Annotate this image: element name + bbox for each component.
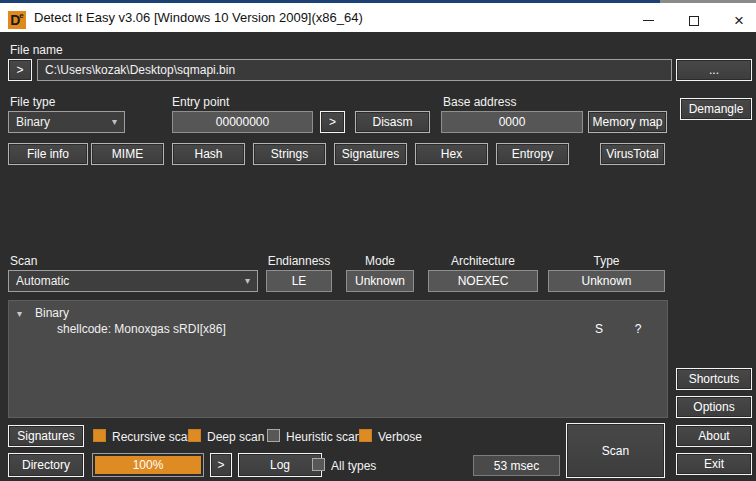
close-button[interactable]: × <box>724 6 754 35</box>
app-icon-sub-letter: e <box>19 12 23 20</box>
mime-button[interactable]: MIME <box>91 143 164 165</box>
entry-point-label: Entry point <box>172 95 229 109</box>
progress-bar: 100% <box>92 453 204 477</box>
entry-point-goto-button[interactable]: > <box>320 111 345 133</box>
shortcuts-button[interactable]: Shortcuts <box>676 368 752 390</box>
architecture-field: NOEXEC <box>428 270 538 292</box>
chevron-down-icon: ▾ <box>112 116 117 127</box>
hash-button[interactable]: Hash <box>172 143 245 165</box>
deep-scan-checkbox[interactable] <box>188 429 201 442</box>
file-type-value: Binary <box>16 115 50 129</box>
virustotal-button[interactable]: VirusTotal <box>600 143 665 165</box>
recursive-scan-checkbox[interactable] <box>93 429 106 442</box>
about-button[interactable]: About <box>676 425 752 447</box>
mode-field: Unknown <box>346 270 414 292</box>
app-icon: De <box>8 11 26 29</box>
directory-button[interactable]: Directory <box>8 453 84 477</box>
maximize-button[interactable] <box>679 6 709 35</box>
titlebar: De Detect It Easy v3.06 [Windows 10 Vers… <box>0 3 756 32</box>
type-label: Type <box>548 254 665 268</box>
hex-button[interactable]: Hex <box>415 143 488 165</box>
file-open-button[interactable]: > <box>8 59 32 81</box>
maximize-icon <box>689 16 699 26</box>
scan-engine-select[interactable]: Automatic ▾ <box>8 270 258 292</box>
log-button[interactable]: Log <box>238 453 322 477</box>
detection-text: shellcode: Monoxgas sRDI[x86] <box>57 322 226 336</box>
options-button[interactable]: Options <box>676 396 752 418</box>
type-field: Unknown <box>548 270 665 292</box>
disasm-button[interactable]: Disasm <box>355 111 430 133</box>
scan-label: Scan <box>10 254 37 268</box>
chevron-down-icon: ▾ <box>245 275 250 286</box>
tree-row-binary[interactable]: ▾ Binary <box>9 305 667 321</box>
tree-root-label: Binary <box>35 306 69 320</box>
scan-button[interactable]: Scan <box>566 423 665 478</box>
detection-info-button[interactable]: ? <box>630 322 646 336</box>
minimize-icon <box>643 20 654 21</box>
endianness-field: LE <box>266 270 332 292</box>
signatures-tool-button[interactable]: Signatures <box>334 143 407 165</box>
window-title: Detect It Easy v3.06 [Windows 10 Version… <box>34 3 363 32</box>
scan-engine-value: Automatic <box>16 274 69 288</box>
file-path-input[interactable]: C:\Users\kozak\Desktop\sqmapi.bin <box>37 59 672 81</box>
memory-map-button[interactable]: Memory map <box>588 111 667 133</box>
verbose-checkbox[interactable] <box>359 429 372 442</box>
mode-label: Mode <box>346 254 414 268</box>
recursive-scan-label[interactable]: Recursive scan <box>112 430 194 444</box>
browse-button[interactable]: ... <box>676 59 752 81</box>
entry-point-field[interactable]: 00000000 <box>172 111 313 133</box>
signatures-button[interactable]: Signatures <box>8 425 84 447</box>
verbose-label[interactable]: Verbose <box>378 430 422 444</box>
file-info-button[interactable]: File info <box>8 143 88 165</box>
architecture-label: Architecture <box>428 254 538 268</box>
elapsed-time-field: 53 msec <box>473 455 560 476</box>
strings-button[interactable]: Strings <box>253 143 326 165</box>
log-goto-button[interactable]: > <box>210 453 232 477</box>
heuristic-scan-label[interactable]: Heuristic scan <box>286 430 361 444</box>
close-icon: × <box>734 11 744 31</box>
deep-scan-label[interactable]: Deep scan <box>207 430 264 444</box>
base-address-field[interactable]: 0000 <box>441 111 583 133</box>
heuristic-scan-checkbox[interactable] <box>267 429 280 442</box>
die-window: De Detect It Easy v3.06 [Windows 10 Vers… <box>0 0 756 481</box>
file-name-label: File name <box>10 43 63 57</box>
demangle-button[interactable]: Demangle <box>680 98 752 120</box>
file-type-label: File type <box>10 95 55 109</box>
all-types-checkbox[interactable] <box>312 458 325 471</box>
exit-button[interactable]: Exit <box>676 453 752 475</box>
progress-value: 100% <box>95 456 201 474</box>
tree-row-detection[interactable]: shellcode: Monoxgas sRDI[x86] S ? <box>9 321 667 337</box>
signature-view-button[interactable]: S <box>591 322 607 336</box>
base-address-label: Base address <box>443 95 516 109</box>
tree-expander-icon[interactable]: ▾ <box>17 308 22 319</box>
entropy-button[interactable]: Entropy <box>496 143 569 165</box>
scan-results-panel: ▾ Binary shellcode: Monoxgas sRDI[x86] S… <box>8 300 668 418</box>
all-types-label[interactable]: All types <box>331 459 376 473</box>
file-type-select[interactable]: Binary ▾ <box>8 111 125 133</box>
endianness-label: Endianness <box>266 254 332 268</box>
minimize-button[interactable] <box>633 6 663 35</box>
